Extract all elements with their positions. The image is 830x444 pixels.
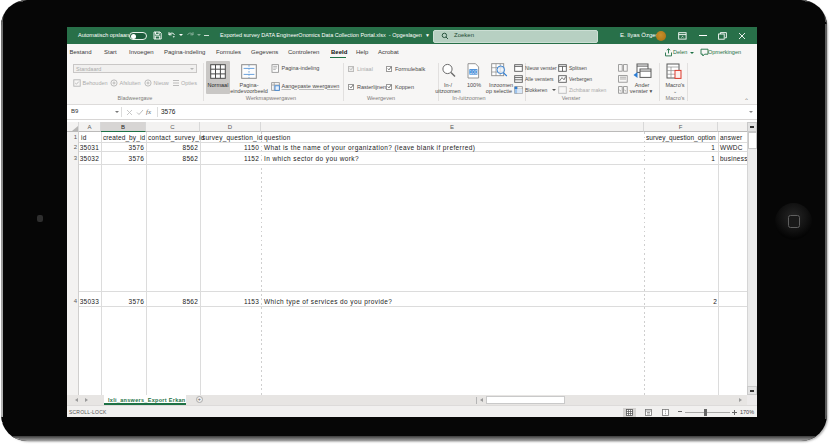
svg-text:100: 100 <box>470 69 478 74</box>
